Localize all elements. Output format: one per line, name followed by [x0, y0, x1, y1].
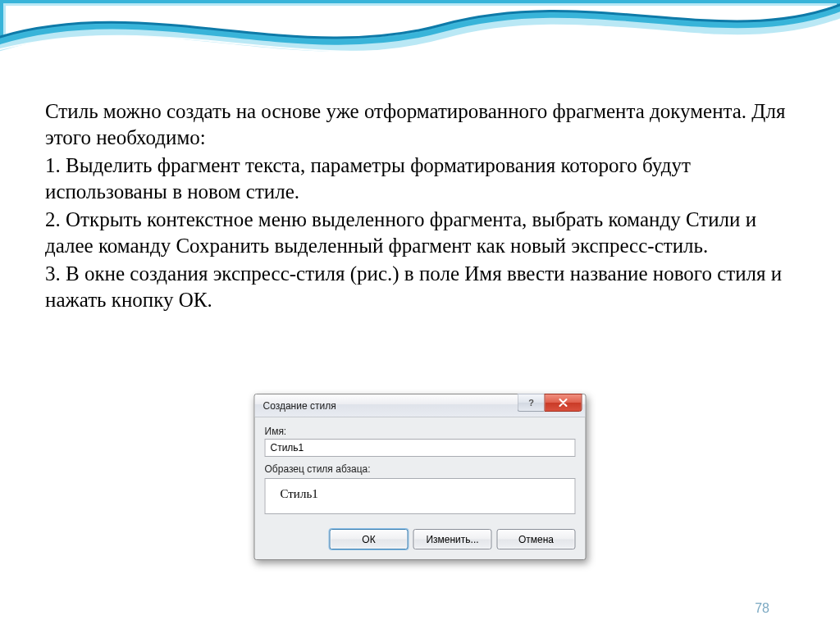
close-icon	[559, 399, 568, 407]
sample-preview: Стиль1	[265, 478, 576, 514]
close-button[interactable]	[545, 394, 582, 412]
slide-text-block: Стиль можно создать на основе уже отформ…	[45, 98, 800, 315]
create-style-dialog: Создание стиля ? Имя: Образец стиля абза…	[254, 394, 587, 560]
sample-label: Образец стиля абзаца:	[265, 463, 576, 475]
name-input[interactable]	[265, 439, 576, 457]
cancel-button[interactable]: Отмена	[497, 529, 576, 549]
paragraph-step-2: 2. Открыть контекстное меню выделенного …	[45, 207, 800, 259]
paragraph-step-3: 3. В окне создания экспресс-стиля (рис.)…	[45, 261, 800, 313]
dialog-title: Создание стиля	[263, 400, 336, 412]
help-icon: ?	[528, 398, 534, 408]
modify-button[interactable]: Изменить...	[413, 529, 492, 549]
name-label: Имя:	[265, 426, 576, 437]
paragraph-step-1: 1. Выделить фрагмент текста, параметры ф…	[45, 153, 800, 205]
help-button[interactable]: ?	[518, 394, 545, 412]
dialog-titlebar[interactable]: Создание стиля ?	[255, 394, 586, 417]
decorative-wave	[0, 0, 840, 74]
ok-button[interactable]: ОК	[330, 529, 409, 549]
dialog-footer: ОК Изменить... Отмена	[255, 524, 586, 559]
page-number: 78	[755, 601, 769, 616]
paragraph-intro: Стиль можно создать на основе уже отформ…	[45, 98, 800, 151]
